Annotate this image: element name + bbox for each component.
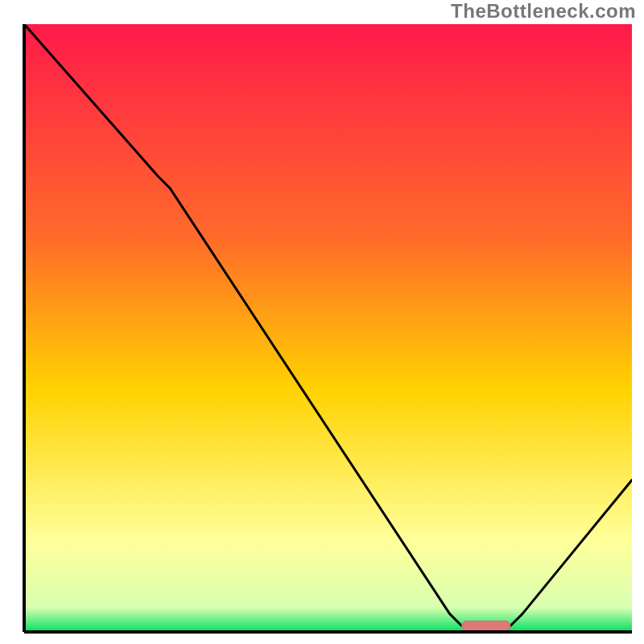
chart-container: { "watermark": "TheBottleneck.com", "col… — [0, 0, 644, 644]
optimal-marker — [462, 621, 510, 630]
heat-gradient — [24, 24, 632, 632]
chart-svg — [0, 0, 644, 644]
watermark-text: TheBottleneck.com — [451, 0, 636, 23]
